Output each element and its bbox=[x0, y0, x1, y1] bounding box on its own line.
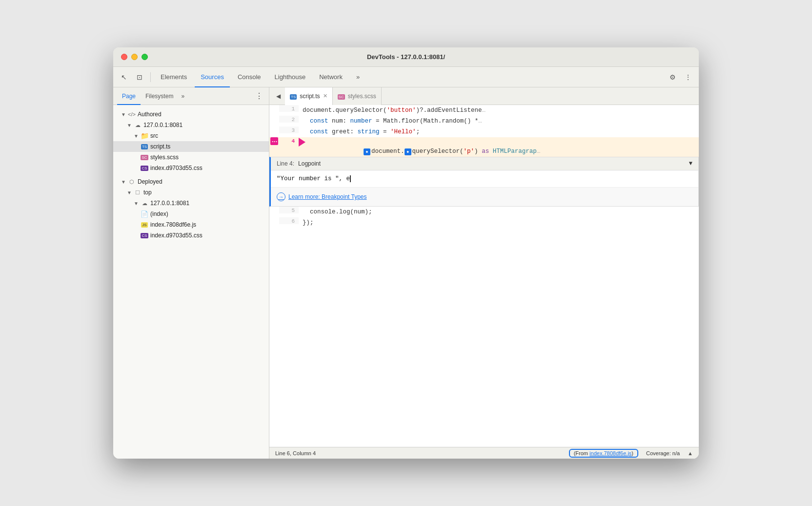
sidebar-tab-bar: Page Filesystem » ⋮ bbox=[113, 87, 269, 105]
scss-icon: SC bbox=[141, 153, 148, 161]
sidebar-tab-page[interactable]: Page bbox=[117, 87, 141, 105]
tree-label-script-ts: script.ts bbox=[150, 143, 170, 150]
tab-network[interactable]: Network bbox=[313, 67, 348, 87]
tab-more[interactable]: » bbox=[350, 67, 365, 87]
close-button[interactable] bbox=[121, 54, 127, 60]
sidebar-tab-filesystem[interactable]: Filesystem bbox=[141, 87, 178, 105]
tree-item-styles-scss[interactable]: SC styles.scss bbox=[113, 152, 269, 163]
maximize-button[interactable] bbox=[142, 54, 148, 60]
scss-file-icon: SC bbox=[338, 93, 345, 100]
editor-back-icon[interactable]: ◀ bbox=[271, 89, 285, 103]
tree-item-index-js[interactable]: JS index.7808df6e.js bbox=[113, 219, 269, 230]
toolbar-divider bbox=[150, 72, 151, 82]
source-link[interactable]: index.7808df6e.js bbox=[589, 450, 631, 456]
code-line-4: ••• 4 ◆document.◆querySelector('p') as H… bbox=[269, 137, 699, 157]
breakpoint-diamond2: ◆ bbox=[405, 148, 411, 155]
tree-arrow-top: ▼ bbox=[127, 190, 132, 195]
tree-item-top[interactable]: ▼ ☐ top bbox=[113, 187, 269, 198]
folder-icon: 📁 bbox=[141, 132, 148, 140]
logpoint-type-label: Logpoint bbox=[298, 160, 321, 167]
line-num-1: 1 bbox=[279, 105, 299, 112]
tree-label-index-css1: index.d9703d55.css bbox=[150, 165, 203, 171]
box-icon: ⬡ bbox=[128, 178, 136, 186]
editor-tab-bar: ◀ TS script.ts ✕ SC styles.scss bbox=[269, 87, 699, 105]
tree-label-styles-scss: styles.scss bbox=[150, 154, 179, 161]
ts-icon: TS bbox=[141, 143, 148, 150]
logpoint-icon: ••• bbox=[270, 137, 278, 145]
tree-label-deployed: Deployed bbox=[138, 178, 162, 185]
code-line-6: 6 }); bbox=[269, 217, 699, 228]
tree-item-index-html[interactable]: 📄 (index) bbox=[113, 209, 269, 219]
line-content-6: }); bbox=[299, 217, 699, 228]
tree-item-deployed[interactable]: ▼ ⬡ Deployed bbox=[113, 176, 269, 187]
cloud-icon-2: ☁ bbox=[141, 199, 148, 207]
line-num-6: 6 bbox=[279, 217, 299, 224]
line-num-5: 5 bbox=[279, 207, 299, 213]
line-content-4: ◆document.◆querySelector('p') as HTMLPar… bbox=[299, 137, 699, 157]
toolbar-right: ⚙ ⋮ bbox=[666, 70, 695, 84]
cursor-icon[interactable]: ↖ bbox=[117, 70, 131, 84]
tab-lighthouse[interactable]: Lighthouse bbox=[269, 67, 312, 87]
tree-label-host2: 127.0.0.1:8081 bbox=[150, 200, 189, 207]
tab-sources[interactable]: Sources bbox=[195, 67, 230, 87]
editor-tab-script-ts[interactable]: TS script.ts ✕ bbox=[285, 87, 333, 105]
line4-arrow bbox=[299, 138, 305, 148]
ts-file-icon: TS bbox=[290, 93, 297, 100]
learn-more-row: → Learn more: Breakpoint Types bbox=[271, 187, 698, 206]
sidebar-more-icon[interactable]: » bbox=[178, 93, 187, 100]
code-line-3: 3 const greet: string = 'Hello'; bbox=[269, 126, 699, 137]
tree-arrow-host1: ▼ bbox=[127, 123, 132, 128]
minimize-button[interactable] bbox=[131, 54, 138, 60]
status-coverage: Coverage: n/a bbox=[646, 450, 680, 456]
status-up-icon[interactable]: ▲ bbox=[688, 450, 693, 456]
breakpoint-diamond: ◆ bbox=[364, 148, 370, 155]
tree-label-src: src bbox=[150, 132, 158, 139]
line-content-5: console.log(num); bbox=[299, 207, 699, 217]
code-line-2: 2 const num: number = Math.floor(Math.ra… bbox=[269, 116, 699, 126]
line-num-4: 4 bbox=[279, 137, 299, 144]
line-content-3: const greet: string = 'Hello'; bbox=[299, 126, 699, 137]
more-dots-icon[interactable]: ⋮ bbox=[681, 70, 695, 84]
editor-tab-styles-scss[interactable]: SC styles.scss bbox=[333, 87, 382, 105]
status-source[interactable]: (From index.7808df6e.js) bbox=[569, 449, 638, 458]
tree-item-index-css2[interactable]: CS index.d9703d55.css bbox=[113, 230, 269, 241]
logpoint-popup: Line 4: Logpoint ▼ "Your number is ", e … bbox=[269, 157, 699, 207]
line-num-3: 3 bbox=[279, 126, 299, 133]
tree-label-top: top bbox=[143, 189, 152, 196]
logpoint-dropdown-icon[interactable]: ▼ bbox=[689, 160, 692, 167]
tree-arrow-deployed: ▼ bbox=[121, 179, 126, 185]
tree-item-host2[interactable]: ▼ ☁ 127.0.0.1:8081 bbox=[113, 198, 269, 209]
sidebar-menu-icon[interactable]: ⋮ bbox=[253, 91, 265, 101]
code-lines[interactable]: 1 document.querySelector('button')?.addE… bbox=[269, 105, 699, 447]
logpoint-line-label: Line 4: bbox=[277, 160, 294, 167]
close-tab-icon[interactable]: ✕ bbox=[323, 93, 327, 99]
tab-console[interactable]: Console bbox=[232, 67, 267, 87]
learn-more-text: Learn more: Breakpoint Types bbox=[288, 193, 367, 200]
tree-arrow-src: ▼ bbox=[134, 133, 139, 139]
logpoint-input[interactable]: "Your number is ", e bbox=[277, 175, 350, 182]
tree-item-authored[interactable]: ▼ </> Authored bbox=[113, 109, 269, 120]
js-icon: JS bbox=[141, 221, 148, 229]
tree-arrow-host2: ▼ bbox=[134, 201, 139, 206]
tree-label-host1: 127.0.0.1:8081 bbox=[143, 122, 183, 128]
tree-label-index-js: index.7808df6e.js bbox=[150, 221, 196, 228]
styles-scss-label: styles.scss bbox=[348, 93, 376, 100]
logpoint-body[interactable]: "Your number is ", e bbox=[271, 170, 698, 187]
tree-item-src[interactable]: ▼ 📁 src bbox=[113, 130, 269, 141]
main-toolbar: ↖ ⊡ Elements Sources Console Lighthouse … bbox=[113, 67, 699, 87]
css-icon-1: CS bbox=[141, 164, 148, 172]
tree-item-script-ts[interactable]: TS script.ts bbox=[113, 141, 269, 152]
tree-item-host1[interactable]: ▼ ☁ 127.0.0.1:8081 bbox=[113, 120, 269, 130]
learn-more-arrow-icon: → bbox=[277, 192, 285, 201]
code-editor: 1 document.querySelector('button')?.addE… bbox=[269, 105, 699, 447]
inspect-icon[interactable]: ⊡ bbox=[133, 70, 146, 84]
settings-gear-icon[interactable]: ⚙ bbox=[666, 70, 679, 84]
devtools-window: DevTools - 127.0.0.1:8081/ ↖ ⊡ Elements … bbox=[113, 47, 699, 459]
tree-item-index-css1[interactable]: CS index.d9703d55.css bbox=[113, 163, 269, 173]
status-bar: Line 6, Column 4 (From index.7808df6e.js… bbox=[269, 447, 699, 459]
tab-elements[interactable]: Elements bbox=[155, 67, 193, 87]
learn-more-link[interactable]: → Learn more: Breakpoint Types bbox=[277, 192, 692, 201]
frame-icon: ☐ bbox=[134, 189, 142, 196]
line-bp-4[interactable]: ••• bbox=[269, 137, 279, 145]
tree-label-authored: Authored bbox=[138, 111, 162, 118]
